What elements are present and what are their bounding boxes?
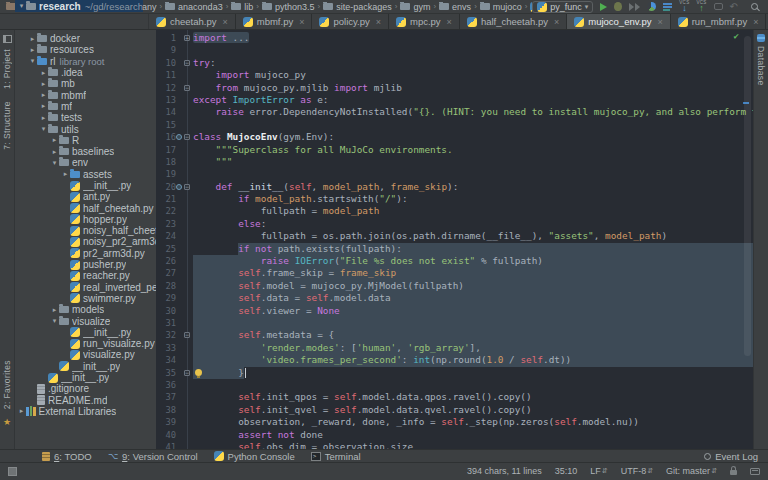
chevron-down-icon[interactable]: ▾: [50, 159, 59, 167]
tree-item-baselines[interactable]: ▸baselines: [15, 146, 156, 157]
tree-item-R[interactable]: ▸R: [15, 135, 156, 146]
tree-item-visualize.py[interactable]: visualize.py: [15, 349, 156, 360]
search-everywhere-button[interactable]: [751, 3, 758, 10]
rollback-button[interactable]: [714, 3, 723, 10]
chevron-right-icon[interactable]: ▸: [17, 407, 26, 415]
tab-mujoco_env.py[interactable]: mujoco_env.py×: [567, 14, 670, 29]
code-line-32[interactable]: 32− self.metadata = {: [156, 329, 753, 341]
toolwindow-button---version-control[interactable]: ⌥9: Version Control: [108, 451, 198, 462]
code-line-12[interactable]: 12− from mujoco_py.mjlib import mjlib: [156, 82, 753, 94]
fold-minus-icon[interactable]: −: [184, 332, 190, 338]
tree-item-real_inverted_pen[interactable]: real_inverted_pen: [15, 282, 156, 293]
code-line-41[interactable]: 41 self.obs_dim = observation.size: [156, 441, 753, 449]
monitor-icon[interactable]: [750, 468, 760, 475]
code-line-22[interactable]: 22 fullpath = model_path: [156, 205, 753, 217]
breadcrumb-item[interactable]: anaconda3: [165, 2, 223, 12]
tree-item-reacher.py[interactable]: reacher.py: [15, 270, 156, 281]
tree-item-__init__.py[interactable]: __init__.py: [15, 372, 156, 383]
chevron-down-icon[interactable]: ▾: [50, 317, 59, 325]
gutter-marker-icon[interactable]: [176, 134, 182, 140]
favorites-star-icon[interactable]: ★: [3, 417, 11, 427]
run-button[interactable]: [600, 3, 607, 11]
tree-item-noisy_half_cheeta[interactable]: noisy_half_cheeta: [15, 225, 156, 236]
tree-item-tests[interactable]: ▸tests: [15, 112, 156, 123]
toolwindow-database-button[interactable]: Database: [756, 46, 766, 86]
toolwindow-project-button[interactable]: 1: Project: [2, 49, 12, 89]
toolwindow-button---todo[interactable]: 6: TODO: [42, 451, 92, 462]
code-line-25[interactable]: 25 if not path.exists(fullpath):: [156, 243, 753, 255]
tree-item-half_cheetah.py[interactable]: half_cheetah.py: [15, 202, 156, 213]
services-button[interactable]: [663, 3, 672, 11]
tree-item-README.md[interactable]: README.md: [15, 395, 156, 406]
code-line-17[interactable]: 17 """Superclass for all MuJoCo environm…: [156, 144, 753, 156]
status-git-branch[interactable]: Git: master⇵: [666, 466, 717, 476]
code-line-31[interactable]: 31: [156, 317, 753, 329]
gutter-marker-icon[interactable]: [176, 184, 182, 190]
code-line-23[interactable]: 23 else:: [156, 218, 753, 230]
code-line-26[interactable]: 26 raise IOError("File %s does not exist…: [156, 255, 753, 267]
code-line-16[interactable]: 16−class MujocoEnv(gym.Env):: [156, 131, 753, 143]
code-line-30[interactable]: 30 self.viewer = None: [156, 305, 753, 317]
code-line-14[interactable]: 14 raise error.DependencyNotInstalled("{…: [156, 106, 753, 118]
folded-region[interactable]: import ...: [193, 32, 249, 43]
code-line-1[interactable]: 1+import ...: [156, 32, 753, 44]
tree-item-__init__.py[interactable]: __init__.py: [15, 180, 156, 191]
fold-minus-icon[interactable]: −: [184, 184, 190, 190]
tree-item-env[interactable]: ▾env: [15, 157, 156, 168]
status-caret-position[interactable]: 35:10: [555, 466, 578, 476]
tab-half_cheetah.py[interactable]: half_cheetah.py×: [460, 14, 567, 29]
tree-item-pusher.py[interactable]: pusher.py: [15, 259, 156, 270]
tree-item-utils[interactable]: ▾utils: [15, 123, 156, 134]
code-line-34[interactable]: 34 'video.frames_per_second': int(np.rou…: [156, 354, 753, 366]
editor-scrollbar[interactable]: [744, 36, 751, 356]
breadcrumb-item[interactable]: python3.5: [262, 2, 315, 12]
tab-mpc.py[interactable]: mpc.py×: [389, 14, 460, 29]
tree-item-ant.py[interactable]: ant.py: [15, 191, 156, 202]
tree-item-__init__.py[interactable]: __init__.py: [15, 361, 156, 372]
coverage-button[interactable]: [629, 3, 640, 11]
tree-item-__init__.py[interactable]: __init__.py: [15, 327, 156, 338]
status-encoding[interactable]: UTF-8⇵: [621, 466, 653, 476]
lock-icon[interactable]: [730, 470, 737, 475]
tree-item-hopper.py[interactable]: hopper.py: [15, 214, 156, 225]
code-line-18[interactable]: 18 """: [156, 156, 753, 168]
profiler-button[interactable]: [647, 2, 656, 11]
code-line-15[interactable]: 15: [156, 119, 753, 131]
code-line-10[interactable]: 10−try:: [156, 57, 753, 69]
toolwindow-structure-button[interactable]: 7: Structure: [2, 101, 12, 150]
breadcrumb-item[interactable]: site-packages: [323, 2, 392, 12]
close-icon[interactable]: ×: [299, 17, 304, 27]
close-icon[interactable]: ×: [753, 17, 758, 27]
tree-item-noisy_pr2_arm3d.[interactable]: noisy_pr2_arm3d.: [15, 236, 156, 247]
fold-minus-icon[interactable]: −: [184, 134, 190, 140]
code-line-19[interactable]: 19: [156, 168, 753, 180]
fold-minus-icon[interactable]: −: [184, 85, 190, 91]
toolwindow-favorites-button[interactable]: 2: Favorites: [2, 360, 12, 409]
breadcrumb-item[interactable]: envs: [439, 2, 471, 12]
toolwindow-button-python-console[interactable]: Python Console: [214, 451, 295, 462]
code-line-24[interactable]: 24 fullpath = os.path.join(os.path.dirna…: [156, 230, 753, 242]
fold-plus-icon[interactable]: +: [184, 35, 190, 41]
tab-policy.py[interactable]: policy.py×: [312, 14, 389, 29]
close-icon[interactable]: ×: [222, 17, 227, 27]
undo-button[interactable]: ↶: [730, 2, 738, 12]
chevron-right-icon[interactable]: ▸: [61, 170, 70, 178]
code-line-13[interactable]: 13except ImportError as e:: [156, 94, 753, 106]
breadcrumb-item[interactable]: gym: [400, 2, 430, 12]
vcs-commit-button[interactable]: VCS↑: [696, 1, 706, 12]
chevron-down-icon[interactable]: ▾: [28, 57, 37, 65]
code-line-9[interactable]: 9: [156, 44, 753, 56]
tree-item-pr2_arm3d.py[interactable]: pr2_arm3d.py: [15, 248, 156, 259]
code-line-21[interactable]: 21 if model_path.startswith("/"):: [156, 193, 753, 205]
chevron-right-icon[interactable]: ▸: [28, 46, 37, 54]
code-line-36[interactable]: 36: [156, 379, 753, 391]
toolwindow-button-terminal[interactable]: >Terminal: [311, 451, 361, 462]
event-log-button[interactable]: Event Log: [704, 451, 768, 462]
chevron-right-icon[interactable]: ▸: [50, 306, 59, 314]
tree-item-models[interactable]: ▸models: [15, 304, 156, 315]
code-line-11[interactable]: 11 import mujoco_py: [156, 69, 753, 81]
tree-item-resources[interactable]: ▸resources: [15, 44, 156, 55]
code-line-40[interactable]: 40 assert not done: [156, 429, 753, 441]
tree-item-assets[interactable]: ▸assets: [15, 169, 156, 180]
intention-bulb-icon[interactable]: [195, 369, 202, 376]
